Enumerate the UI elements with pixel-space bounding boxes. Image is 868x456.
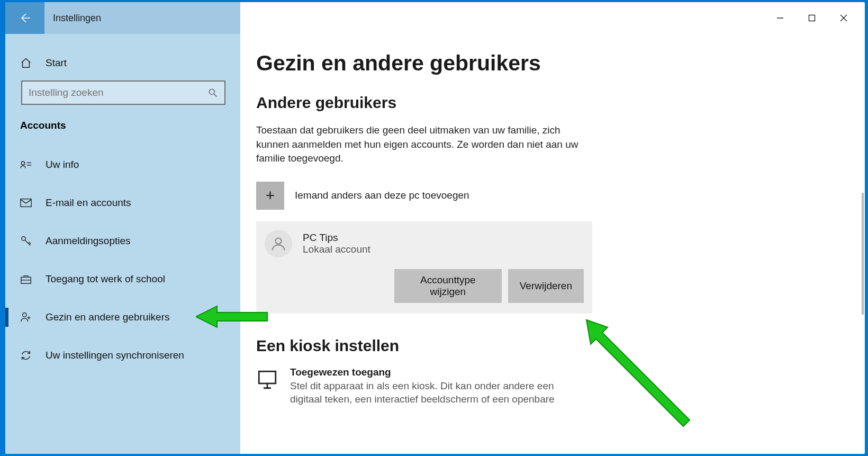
- account-name: PC Tips: [303, 232, 370, 244]
- monitor-icon: [256, 369, 279, 393]
- sidebar-home[interactable]: Start: [15, 49, 232, 77]
- svg-point-6: [21, 162, 24, 165]
- sidebar-home-label: Start: [46, 57, 67, 69]
- account-type: Lokaal account: [303, 244, 370, 255]
- window-title: Instellingen: [44, 13, 101, 24]
- change-account-type-button[interactable]: Accounttype wijzigen: [394, 269, 502, 303]
- svg-point-4: [209, 89, 214, 94]
- body: Start Accounts Uw info: [5, 34, 865, 454]
- home-icon: [20, 57, 32, 69]
- user-card-icon: [20, 159, 32, 171]
- add-user-label: Iemand anders aan deze pc toevoegen: [295, 190, 469, 201]
- svg-rect-14: [259, 371, 276, 383]
- plus-icon: +: [256, 182, 284, 210]
- kiosk-desc: Stel dit apparaat in als een kiosk. Dit …: [290, 379, 565, 406]
- add-user-row[interactable]: + Iemand anders aan deze pc toevoegen: [256, 182, 852, 210]
- arrow-left-icon: [19, 12, 31, 24]
- search-wrap: [21, 81, 225, 105]
- sidebar-item-family[interactable]: Gezin en andere gebruikers: [15, 303, 232, 332]
- minimize-icon: [776, 14, 784, 22]
- account-card: PC Tips Lokaal account Accounttype wijzi…: [256, 221, 592, 314]
- account-header[interactable]: PC Tips Lokaal account: [265, 230, 584, 257]
- avatar: [265, 230, 292, 257]
- svg-point-13: [275, 238, 281, 244]
- back-button[interactable]: [5, 2, 44, 34]
- sidebar-item-label: Uw instellingen synchroniseren: [46, 350, 184, 361]
- person-icon: [270, 236, 286, 252]
- titlebar-left: Instellingen: [5, 2, 240, 34]
- key-icon: [20, 235, 32, 247]
- svg-line-5: [214, 94, 217, 97]
- other-users-heading: Andere gebruikers: [256, 94, 852, 112]
- account-info: PC Tips Lokaal account: [303, 232, 370, 255]
- kiosk-title: Toegewezen toegang: [290, 366, 565, 378]
- titlebar: Instellingen: [5, 2, 865, 34]
- search-field[interactable]: [29, 87, 207, 99]
- sidebar-item-your-info[interactable]: Uw info: [15, 150, 232, 179]
- sidebar-item-signin-options[interactable]: Aanmeldingsopties: [15, 227, 232, 255]
- settings-window: Instellingen Start: [5, 2, 865, 454]
- sidebar-item-label: Aanmeldingsopties: [46, 235, 131, 247]
- sync-icon: [20, 350, 32, 361]
- sidebar-item-email[interactable]: E-mail en accounts: [15, 189, 232, 217]
- maximize-icon: [808, 14, 816, 22]
- maximize-button[interactable]: [796, 7, 828, 29]
- search-input[interactable]: [21, 81, 225, 105]
- close-icon: [840, 14, 847, 22]
- account-actions: Accounttype wijzigen Verwijderen: [265, 269, 584, 303]
- svg-rect-9: [21, 199, 31, 207]
- page-title: Gezin en andere gebruikers: [256, 51, 852, 76]
- other-users-desc: Toestaan dat gebruikers die geen deel ui…: [256, 123, 595, 166]
- titlebar-right: [240, 2, 865, 34]
- person-plus-icon: [20, 311, 32, 323]
- mail-icon: [20, 197, 32, 209]
- scrollbar[interactable]: [862, 193, 864, 315]
- main-content: Gezin en andere gebruikers Andere gebrui…: [240, 34, 865, 454]
- svg-point-10: [22, 237, 25, 240]
- sidebar-item-label: Uw info: [46, 159, 79, 171]
- sidebar-item-label: E-mail en accounts: [46, 197, 131, 209]
- close-button[interactable]: [828, 7, 860, 29]
- remove-account-button[interactable]: Verwijderen: [508, 269, 584, 303]
- briefcase-icon: [20, 273, 32, 285]
- kiosk-heading: Een kiosk instellen: [256, 337, 852, 355]
- kiosk-text: Toegewezen toegang Stel dit apparaat in …: [290, 366, 565, 406]
- sidebar-item-label: Toegang tot werk of school: [46, 273, 165, 285]
- svg-point-12: [23, 313, 26, 317]
- kiosk-row[interactable]: Toegewezen toegang Stel dit apparaat in …: [256, 366, 852, 406]
- sidebar-item-work-school[interactable]: Toegang tot werk of school: [15, 265, 232, 293]
- search-icon: [207, 87, 218, 98]
- sidebar-item-label: Gezin en andere gebruikers: [46, 311, 169, 323]
- sidebar-category: Accounts: [15, 117, 232, 141]
- sidebar: Start Accounts Uw info: [5, 34, 240, 454]
- sidebar-item-sync[interactable]: Uw instellingen synchroniseren: [15, 341, 232, 370]
- svg-rect-1: [809, 15, 815, 21]
- minimize-button[interactable]: [764, 7, 796, 29]
